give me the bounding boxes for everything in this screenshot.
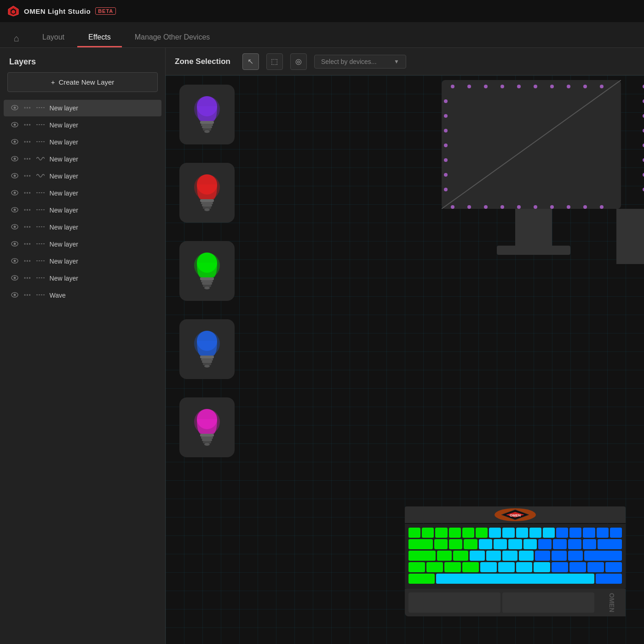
- tab-manage[interactable]: Manage Other Devices: [124, 29, 221, 47]
- lasso-select-button[interactable]: ◎: [290, 53, 307, 70]
- key: [453, 551, 468, 561]
- layer-item[interactable]: •••Wave: [4, 287, 161, 304]
- monitor-base: [497, 246, 570, 255]
- rect-select-button[interactable]: ⬚: [266, 53, 283, 70]
- svg-point-15: [14, 175, 16, 177]
- layer-eye-icon: [11, 275, 19, 282]
- key: [480, 562, 497, 572]
- layer-item[interactable]: •••New layer: [4, 219, 161, 236]
- key: [552, 562, 568, 572]
- key: [605, 562, 622, 572]
- layer-item[interactable]: •••New layer: [4, 100, 161, 116]
- create-layer-label: Create New Layer: [58, 78, 114, 86]
- layer-item[interactable]: •••New layer: [4, 185, 161, 201]
- monitor-screen: [442, 80, 621, 209]
- layer-more-icon: •••: [24, 173, 31, 179]
- bulb-device[interactable]: [179, 85, 235, 144]
- tab-layout[interactable]: Layout: [31, 29, 75, 47]
- layer-more-icon: •••: [24, 258, 31, 264]
- home-button[interactable]: ⌂: [7, 29, 26, 47]
- key: [535, 551, 550, 561]
- layer-item[interactable]: •••New layer: [4, 270, 161, 287]
- layer-name-label: New layer: [50, 104, 78, 112]
- led-dot: [444, 158, 448, 162]
- touchpad-right-button[interactable]: [502, 592, 594, 613]
- svg-point-23: [14, 226, 16, 228]
- device-select-dropdown[interactable]: Select by devices... ▼: [314, 55, 406, 69]
- key: [462, 528, 474, 538]
- layer-item[interactable]: •••New layer: [4, 151, 161, 167]
- bulb-device[interactable]: [179, 163, 235, 223]
- tab-effects[interactable]: Effects: [77, 29, 122, 47]
- bulb-device[interactable]: [179, 319, 235, 379]
- svg-rect-48: [202, 204, 212, 207]
- dots-icon: [36, 258, 45, 265]
- layers-header: Layers: [0, 48, 165, 72]
- keyboard-row-5: [408, 574, 622, 584]
- key: [523, 539, 537, 549]
- svg-point-50: [204, 208, 210, 211]
- canvas-area[interactable]: OMEN: [166, 75, 644, 644]
- layer-item[interactable]: •••New layer: [4, 134, 161, 150]
- layer-name-label: New layer: [50, 121, 78, 129]
- layer-more-icon: •••: [24, 224, 31, 230]
- key: [538, 539, 552, 549]
- layer-more-icon: •••: [24, 275, 31, 282]
- svg-rect-68: [201, 437, 213, 439]
- key: [543, 528, 555, 538]
- monitor-device: [442, 80, 644, 255]
- led-dot: [600, 85, 604, 88]
- layer-item[interactable]: •••New layer: [4, 236, 161, 253]
- dots-icon: [36, 292, 45, 299]
- led-dot: [500, 85, 504, 88]
- keyboard-row-4: [408, 562, 622, 572]
- laptop-logo-bar: OMEN: [405, 506, 626, 523]
- key: [408, 562, 425, 572]
- layer-name-label: New layer: [50, 207, 78, 214]
- layer-name-label: New layer: [50, 138, 78, 146]
- svg-point-71: [204, 443, 210, 446]
- layer-more-icon: •••: [24, 105, 31, 111]
- keyboard-row-3: [408, 551, 622, 561]
- bulb-icon: [191, 92, 223, 138]
- svg-rect-55: [202, 282, 212, 285]
- omen-logo-icon: [7, 5, 19, 17]
- keyboard-row-2: [408, 539, 622, 549]
- layer-eye-icon: [11, 121, 19, 129]
- layer-eye-icon: [11, 258, 19, 265]
- dots-icon: [36, 190, 45, 197]
- dots-icon: [36, 241, 45, 248]
- svg-rect-39: [200, 121, 214, 124]
- bulb-icon: [191, 170, 223, 216]
- laptop-bottom: OMEN: [405, 589, 626, 616]
- layer-eye-icon: [11, 190, 19, 197]
- layer-eye-icon: [11, 138, 19, 146]
- layer-more-icon: •••: [24, 156, 31, 162]
- key: [583, 528, 595, 538]
- svg-point-13: [14, 158, 16, 160]
- pointer-tool-button[interactable]: ↖: [242, 53, 259, 70]
- device-select-placeholder: Select by devices...: [321, 58, 390, 65]
- key: [534, 562, 550, 572]
- layer-item[interactable]: •••New layer: [4, 168, 161, 184]
- svg-text:OMEN: OMEN: [510, 513, 521, 518]
- layer-name-label: New layer: [50, 155, 78, 163]
- layer-item[interactable]: •••New layer: [4, 117, 161, 133]
- touchpad-left-button[interactable]: [408, 592, 500, 613]
- omen-side-text: OMEN: [608, 593, 615, 612]
- bulb-device[interactable]: [179, 241, 235, 301]
- bulb-icon: [191, 248, 223, 294]
- layer-item[interactable]: •••New layer: [4, 202, 161, 218]
- content-area: Zone Selection ↖ ⬚ ◎ Select by devices..…: [166, 48, 644, 644]
- key: [408, 551, 436, 561]
- svg-rect-69: [202, 439, 212, 441]
- bulb-device[interactable]: [179, 397, 235, 457]
- key: [435, 528, 447, 538]
- key: [519, 551, 534, 561]
- layer-item[interactable]: •••New layer: [4, 253, 161, 270]
- key: [486, 551, 501, 561]
- led-dot: [451, 205, 454, 209]
- layer-more-icon: •••: [24, 122, 31, 128]
- key: [552, 551, 567, 561]
- create-layer-button[interactable]: + Create New Layer: [7, 72, 158, 92]
